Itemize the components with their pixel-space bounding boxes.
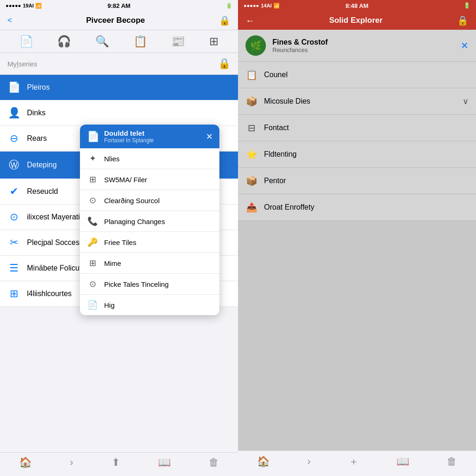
dropdown-icon-clearing: ⊙: [87, 195, 98, 205]
right-bottom-tabs: 🏠 › ＋ 📖 🗑: [238, 450, 476, 476]
tab-add-right[interactable]: ＋: [349, 455, 359, 469]
list-item-pleiros[interactable]: 📄 Pleiros: [0, 75, 238, 100]
dropdown-label-mime: Mime: [104, 259, 121, 267]
dropdown-item-sw5ma[interactable]: ⊞ SW5MA/ Filer: [80, 169, 219, 190]
my-series-icon[interactable]: 🔒: [218, 58, 231, 70]
dropdown-icon-nlies: ✦: [87, 153, 98, 164]
battery-icon-left: 🔋: [226, 3, 232, 9]
right-icon-fontact: ⊟: [245, 122, 258, 133]
tab-share-left[interactable]: ⬆: [112, 456, 120, 469]
left-signal: ●●●●● 19AI 📶: [6, 3, 42, 9]
list-label-pleiros: Pleiros: [27, 83, 50, 92]
left-nav-title: Pivceer Becope: [86, 16, 145, 25]
dropdown-header-icon: 📄: [86, 131, 99, 143]
left-battery: 🔋: [226, 3, 232, 9]
left-navbar: < Pivceer Becope 🔒: [0, 11, 238, 30]
right-signal: ●●●●● 14AI 📶: [244, 3, 280, 9]
dropdown-item-mime[interactable]: ⊞ Mime: [80, 253, 219, 274]
right-item-oroat[interactable]: 📤 Oroat Enroffety: [238, 194, 476, 221]
dropdown-icon-mime: ⊞: [87, 258, 98, 268]
dropdown-subtitle: Fortasel In Splangle: [104, 137, 201, 144]
right-icon-micosule: 📦: [245, 96, 258, 107]
list-label-deteping: Deteping: [27, 161, 57, 169]
right-item-fontact[interactable]: ⊟ Fontact: [238, 115, 476, 141]
right-label-fldtenting: Fldtenting: [264, 150, 469, 159]
tab-forward-right[interactable]: ›: [307, 456, 311, 468]
dropdown-icon-sw5ma: ⊞: [87, 174, 98, 185]
list-item-dinks[interactable]: 👤 Dinks: [0, 100, 238, 126]
tab-book-left[interactable]: 📖: [158, 456, 171, 469]
toolbar-news-icon[interactable]: 📰: [171, 35, 185, 48]
signal-label-right: 14AI: [261, 3, 271, 8]
dropdown-label-picke: Picke Tales Tinceling: [104, 280, 169, 288]
list-icon-l4liishl: ⊞: [7, 288, 20, 300]
right-time: 8:48 AM: [345, 2, 368, 9]
dropdown-header: 📄 Douldd telet Fortasel In Splangle ✕: [80, 125, 219, 148]
list-icon-rears: ⊖: [7, 132, 20, 145]
avatar-icon: 🌿: [250, 40, 262, 51]
dropdown-icon-hig: 📄: [87, 300, 98, 310]
right-icon-fldtenting: ⭐: [245, 149, 258, 160]
dropdown-item-clearing[interactable]: ⊙ Clearðing Sourcol: [80, 190, 219, 211]
dropdown-item-picke[interactable]: ⊙ Picke Tales Tinceling: [80, 274, 219, 295]
right-icon-counel: 📋: [245, 69, 258, 80]
right-icon-pentor: 📦: [245, 175, 258, 186]
right-header-subtitle: Reuncfances: [272, 46, 454, 53]
tab-book-right[interactable]: 📖: [397, 456, 409, 468]
wifi-icon-left: 📶: [35, 3, 42, 9]
wifi-icon-right: 📶: [273, 3, 280, 9]
right-nav-lock-icon[interactable]: 🔒: [457, 15, 469, 26]
toolbar-grid-icon[interactable]: ⊞: [209, 35, 218, 48]
right-icon-oroat: 📤: [245, 202, 258, 213]
left-bottom-tabs: 🏠 › ⬆ 📖 🗑: [0, 452, 238, 476]
right-item-micosule[interactable]: 📦 Micosule Dies ∨: [238, 88, 476, 115]
right-header-info: Fines & Crostof Reuncfances: [272, 38, 454, 53]
left-back-button[interactable]: <: [7, 16, 12, 25]
right-label-pentor: Pentor: [264, 177, 469, 185]
dropdown-label-planaging: Planaging Changes: [104, 218, 165, 225]
dropdown-item-planaging[interactable]: 📞 Planaging Changes: [80, 211, 219, 232]
signal-dots-left: ●●●●●: [6, 3, 21, 8]
list-label-l4liishl: l4liishlcourtes: [27, 290, 72, 298]
dropdown-label-sw5ma: SW5MA/ Filer: [104, 176, 147, 184]
list-label-reseucld: Reseucld: [27, 187, 58, 196]
right-item-fldtenting[interactable]: ⭐ Fldtenting: [238, 141, 476, 168]
right-avatar: 🌿: [245, 35, 266, 56]
right-label-counel: Counel: [264, 71, 469, 79]
dropdown-item-nlies[interactable]: ✦ Nlies: [80, 148, 219, 169]
right-panel: ●●●●● 14AI 📶 8:48 AM 🔋 ← Solid Explorer …: [238, 0, 476, 476]
dropdown-close-button[interactable]: ✕: [206, 132, 213, 142]
dropdown-popup: 📄 Douldd telet Fortasel In Splangle ✕ ✦ …: [80, 125, 219, 315]
tab-trash-left[interactable]: 🗑: [209, 456, 219, 469]
dropdown-header-text: Douldd telet Fortasel In Splangle: [104, 129, 201, 144]
dropdown-icon-friee: 🔑: [87, 237, 98, 247]
right-item-counel[interactable]: 📋 Counel: [238, 62, 476, 88]
dropdown-item-hig[interactable]: 📄 Hig: [80, 295, 219, 315]
toolbar-headphone-icon[interactable]: 🎧: [57, 35, 71, 48]
dropdown-item-friee[interactable]: 🔑 Friee Tiles: [80, 232, 219, 253]
left-nav-lock-icon[interactable]: 🔒: [219, 15, 231, 26]
right-back-button[interactable]: ←: [245, 15, 255, 26]
my-series-row: My|series 🔒: [0, 53, 238, 75]
right-status-bar: ●●●●● 14AI 📶 8:48 AM 🔋: [238, 0, 476, 11]
toolbar-doc-icon[interactable]: 📄: [20, 35, 33, 48]
tab-home-left[interactable]: 🏠: [19, 456, 32, 469]
toolbar-clipboard-icon[interactable]: 📋: [133, 35, 147, 48]
right-battery: 🔋: [463, 2, 470, 9]
right-item-pentor[interactable]: 📦 Pentor: [238, 168, 476, 194]
right-label-micosule: Micosule Dies: [264, 97, 456, 106]
right-close-button[interactable]: ✕: [461, 40, 469, 51]
right-spacer: [238, 221, 476, 450]
right-chevron-micosule: ∨: [463, 96, 469, 106]
left-status-bar: ●●●●● 19AI 📶 9:82 AM 🔋: [0, 0, 238, 11]
right-header-card: 🌿 Fines & Crostof Reuncfances ✕: [238, 30, 476, 62]
left-toolbar: 📄 🎧 🔍 📋 📰 ⊞: [0, 30, 238, 53]
tab-home-right[interactable]: 🏠: [257, 456, 270, 468]
toolbar-search-icon[interactable]: 🔍: [95, 35, 109, 48]
list-label-plecjpal: Plecjpal Socces: [27, 238, 79, 247]
signal-dots-right: ●●●●●: [244, 3, 259, 8]
battery-right: 🔋: [463, 2, 470, 9]
tab-trash-right[interactable]: 🗑: [447, 456, 457, 468]
tab-forward-left[interactable]: ›: [70, 456, 73, 469]
list-icon-deteping: Ⓦ: [7, 158, 20, 172]
